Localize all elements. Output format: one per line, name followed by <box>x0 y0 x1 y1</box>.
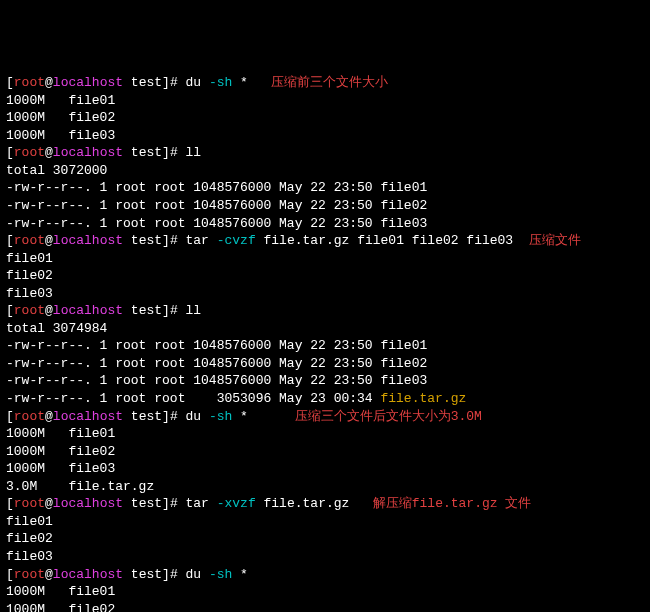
terminal-line: 1000M file02 <box>6 109 644 127</box>
prompt-user: root <box>14 233 45 248</box>
command-text: tar <box>185 496 216 511</box>
bracket-open: [ <box>6 496 14 511</box>
prompt-dir: test <box>123 303 162 318</box>
output-text: 1000M file02 <box>6 602 115 612</box>
prompt-host: localhost <box>53 567 123 582</box>
prompt-host: localhost <box>53 409 123 424</box>
prompt-user: root <box>14 303 45 318</box>
command-text: du <box>185 567 208 582</box>
terminal-line: [root@localhost test]# du -sh * 压缩前三个文件大… <box>6 74 644 92</box>
bracket-open: [ <box>6 233 14 248</box>
prompt-host: localhost <box>53 233 123 248</box>
output-text: file03 <box>6 286 53 301</box>
command-flag: -sh <box>209 409 232 424</box>
prompt-host: localhost <box>53 303 123 318</box>
terminal-line: file03 <box>6 548 644 566</box>
command-args: * <box>232 75 248 90</box>
terminal-line: file03 <box>6 285 644 303</box>
terminal-output: [root@localhost test]# du -sh * 压缩前三个文件大… <box>6 74 644 612</box>
output-text: 1000M file01 <box>6 93 115 108</box>
bracket-close: ]# <box>162 145 185 160</box>
prompt-user: root <box>14 496 45 511</box>
output-text: total 3074984 <box>6 321 107 336</box>
terminal-line: -rw-r--r--. 1 root root 1048576000 May 2… <box>6 337 644 355</box>
bracket-open: [ <box>6 145 14 160</box>
bracket-close: ]# <box>162 75 185 90</box>
prompt-at: @ <box>45 496 53 511</box>
terminal-line: 1000M file03 <box>6 127 644 145</box>
terminal-line: total 3074984 <box>6 320 644 338</box>
bracket-close: ]# <box>162 496 185 511</box>
bracket-open: [ <box>6 567 14 582</box>
command-text: tar <box>185 233 216 248</box>
terminal-line: -rw-r--r--. 1 root root 1048576000 May 2… <box>6 355 644 373</box>
command-flag: -xvzf <box>217 496 256 511</box>
output-text: -rw-r--r--. 1 root root 1048576000 May 2… <box>6 198 427 213</box>
terminal-line: [root@localhost test]# du -sh * 压缩三个文件后文… <box>6 408 644 426</box>
command-text: du <box>185 75 208 90</box>
prompt-host: localhost <box>53 496 123 511</box>
terminal-line: file01 <box>6 513 644 531</box>
terminal-line: -rw-r--r--. 1 root root 3053096 May 23 0… <box>6 390 644 408</box>
terminal-line: [root@localhost test]# ll <box>6 302 644 320</box>
output-text: 1000M file03 <box>6 128 115 143</box>
annotation-comment: 压缩三个文件后文件大小为3.0M <box>248 409 482 424</box>
terminal-line: file02 <box>6 267 644 285</box>
prompt-user: root <box>14 145 45 160</box>
bracket-close: ]# <box>162 233 185 248</box>
terminal-line: -rw-r--r--. 1 root root 1048576000 May 2… <box>6 215 644 233</box>
output-text: total 3072000 <box>6 163 107 178</box>
output-text: file03 <box>6 549 53 564</box>
bracket-close: ]# <box>162 409 185 424</box>
output-text: -rw-r--r--. 1 root root 1048576000 May 2… <box>6 216 427 231</box>
output-text: -rw-r--r--. 1 root root 1048576000 May 2… <box>6 338 427 353</box>
terminal-line: total 3072000 <box>6 162 644 180</box>
terminal-line: 1000M file03 <box>6 460 644 478</box>
terminal-line: 1000M file01 <box>6 583 644 601</box>
prompt-dir: test <box>123 75 162 90</box>
command-flag: -cvzf <box>217 233 256 248</box>
prompt-at: @ <box>45 303 53 318</box>
prompt-dir: test <box>123 409 162 424</box>
output-text: 1000M file02 <box>6 110 115 125</box>
prompt-at: @ <box>45 75 53 90</box>
prompt-dir: test <box>123 145 162 160</box>
output-text: -rw-r--r--. 1 root root 1048576000 May 2… <box>6 180 427 195</box>
output-text: 1000M file01 <box>6 584 115 599</box>
terminal-line: 1000M file02 <box>6 443 644 461</box>
annotation-comment: 压缩前三个文件大小 <box>248 75 388 90</box>
command-text: du <box>185 409 208 424</box>
prompt-dir: test <box>123 496 162 511</box>
prompt-dir: test <box>123 233 162 248</box>
terminal-line: 1000M file01 <box>6 92 644 110</box>
bracket-close: ]# <box>162 303 185 318</box>
terminal-line: 1000M file02 <box>6 601 644 612</box>
terminal-line: file02 <box>6 530 644 548</box>
bracket-close: ]# <box>162 567 185 582</box>
terminal-line: -rw-r--r--. 1 root root 1048576000 May 2… <box>6 179 644 197</box>
terminal-line: 3.0M file.tar.gz <box>6 478 644 496</box>
terminal-line: [root@localhost test]# tar -cvzf file.ta… <box>6 232 644 250</box>
prompt-user: root <box>14 409 45 424</box>
command-args: * <box>232 567 248 582</box>
annotation-comment: 压缩文件 <box>513 233 581 248</box>
terminal-line: -rw-r--r--. 1 root root 1048576000 May 2… <box>6 372 644 390</box>
prompt-host: localhost <box>53 75 123 90</box>
prompt-host: localhost <box>53 145 123 160</box>
terminal-line: [root@localhost test]# ll <box>6 144 644 162</box>
command-text: ll <box>185 145 201 160</box>
output-text: file01 <box>6 251 53 266</box>
prompt-at: @ <box>45 233 53 248</box>
command-flag: -sh <box>209 75 232 90</box>
output-text: 3.0M file.tar.gz <box>6 479 154 494</box>
output-text: 1000M file01 <box>6 426 115 441</box>
prompt-user: root <box>14 567 45 582</box>
output-text: 1000M file03 <box>6 461 115 476</box>
ls-entry: -rw-r--r--. 1 root root 3053096 May 23 0… <box>6 391 380 406</box>
bracket-open: [ <box>6 303 14 318</box>
bracket-open: [ <box>6 409 14 424</box>
command-args: file.tar.gz file01 file02 file03 <box>256 233 513 248</box>
terminal-line: file01 <box>6 250 644 268</box>
command-args: file.tar.gz <box>256 496 350 511</box>
bracket-open: [ <box>6 75 14 90</box>
